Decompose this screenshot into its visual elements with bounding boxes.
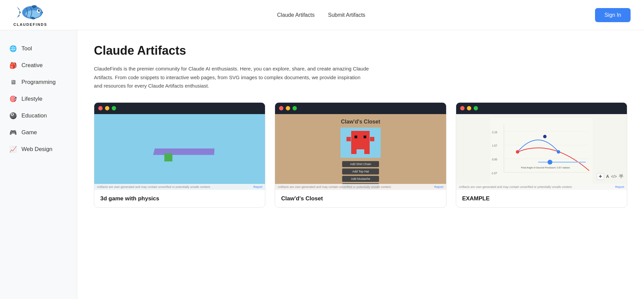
text-icon: A xyxy=(606,174,609,179)
sidebar-item-creative[interactable]: 🎒 Creative xyxy=(0,57,77,74)
card-body-2: Claw'd's Closet xyxy=(275,114,446,190)
footer-note-3: Artifacts are user-generated and may con… xyxy=(459,185,573,189)
dot-yellow-1 xyxy=(105,106,109,110)
sidebar-item-tool[interactable]: 🌐 Tool xyxy=(0,40,77,57)
char-left-leg xyxy=(351,149,357,154)
svg-text:0.00: 0.00 xyxy=(492,158,497,161)
header: CLAUDEFINDS Claude Artifacts Submit Arti… xyxy=(0,0,644,30)
example-overlay-icons: ✚ A </> 半 xyxy=(597,173,624,180)
card-titlebar-2 xyxy=(275,103,446,114)
dot-green-1 xyxy=(112,106,116,110)
card-body-1: Artifacts are user-generated and may con… xyxy=(94,114,265,190)
svg-text:Final Angle of Second Pendulum: Final Angle of Second Pendulum: 0.87 rad… xyxy=(521,166,570,169)
clawds-heading: Claw'd's Closet xyxy=(341,119,380,125)
monitor-icon: 🖥 xyxy=(9,79,17,86)
card-preview-example: 2.16 1.57 0.00 -1.57 Final Angle of Seco… xyxy=(456,103,627,190)
sidebar-item-programming[interactable]: 🖥 Programming xyxy=(0,74,77,91)
sidebar-item-game[interactable]: 🎮 Game xyxy=(0,124,77,141)
sidebar-label-lifestyle: Lifestyle xyxy=(21,96,42,102)
btn-top-hat[interactable]: Add Top Hat xyxy=(342,168,379,175)
card-titlebar-1 xyxy=(94,103,265,114)
clawds-char-area xyxy=(340,128,381,158)
report-link-1[interactable]: Report xyxy=(253,185,262,189)
cards-grid: Artifacts are user-generated and may con… xyxy=(94,102,627,208)
target-icon: 🎯 xyxy=(9,95,17,103)
char-left-eye xyxy=(355,136,357,138)
sidebar-label-webdesign: Web Design xyxy=(21,146,52,153)
sidebar-item-webdesign[interactable]: 📈 Web Design xyxy=(0,141,77,158)
card-title-1: 3d game with physics xyxy=(94,190,265,207)
nav-submit[interactable]: Submit Artifacts xyxy=(328,12,365,18)
half-icon: 半 xyxy=(619,173,624,180)
svg-point-14 xyxy=(557,150,560,153)
btn-shirt-chain[interactable]: Add Shirt Chain xyxy=(342,161,379,167)
footer-note-2: Artifacts are user-generated and may con… xyxy=(278,185,391,189)
sidebar-label-creative: Creative xyxy=(21,62,43,69)
footer-note-1: Artifacts are user-generated and may con… xyxy=(97,185,211,189)
page-description: ClaudeFinds is the premier community for… xyxy=(94,64,369,90)
card-footer-1: Artifacts are user-generated and may con… xyxy=(94,184,265,190)
example-chart-svg: 2.16 1.57 0.00 -1.57 Final Angle of Seco… xyxy=(465,118,618,186)
page-title: Claude Artifacts xyxy=(94,44,627,58)
svg-point-13 xyxy=(543,135,546,138)
report-link-2[interactable]: Report xyxy=(434,185,443,189)
sidebar-label-game: Game xyxy=(21,129,37,136)
globe-icon: 🌐 xyxy=(9,45,17,52)
dot-yellow-2 xyxy=(286,106,290,110)
card-footer-2: Artifacts are user-generated and may con… xyxy=(275,184,446,190)
char-right-eye xyxy=(364,136,366,138)
sidebar-item-education[interactable]: 🎱 Education xyxy=(0,107,77,124)
char-legs xyxy=(351,149,370,154)
dot-yellow-3 xyxy=(467,106,471,110)
svg-marker-0 xyxy=(17,7,21,18)
nav-artifacts[interactable]: Claude Artifacts xyxy=(277,12,315,18)
game-platform xyxy=(153,149,215,155)
main-nav: Claude Artifacts Submit Artifacts xyxy=(277,12,365,18)
card-title-3: EXAMPLE xyxy=(456,190,627,207)
dot-green-3 xyxy=(474,106,478,110)
svg-text:-1.57: -1.57 xyxy=(491,172,497,175)
dot-red-3 xyxy=(460,106,465,110)
btn-mustache[interactable]: Add Mustache xyxy=(342,176,379,182)
content-area: Claude Artifacts ClaudeFinds is the prem… xyxy=(77,30,644,299)
card-example[interactable]: 2.16 1.57 0.00 -1.57 Final Angle of Seco… xyxy=(456,102,627,208)
logo-text: CLAUDEFINDS xyxy=(13,22,47,27)
main-layout: 🌐 Tool 🎒 Creative 🖥 Programming 🎯 Lifest… xyxy=(0,30,644,299)
card-body-3: 2.16 1.57 0.00 -1.57 Final Angle of Seco… xyxy=(456,114,627,190)
char-left-arm xyxy=(346,137,351,141)
card-clawds-closet[interactable]: Claw'd's Closet xyxy=(275,102,446,208)
briefcase-icon: 🎒 xyxy=(9,62,17,69)
card-preview-3d-game: Artifacts are user-generated and may con… xyxy=(94,103,265,190)
sidebar-label-education: Education xyxy=(21,112,47,119)
sign-in-button[interactable]: Sign In xyxy=(595,8,631,22)
card-footer-3: Artifacts are user-generated and may con… xyxy=(456,184,627,190)
card-3d-game[interactable]: Artifacts are user-generated and may con… xyxy=(94,102,265,208)
report-link-3[interactable]: Report xyxy=(615,185,624,189)
chart-icon: 📈 xyxy=(9,146,17,153)
pixel-character xyxy=(351,131,370,154)
dot-red-2 xyxy=(279,106,283,110)
dot-red-1 xyxy=(98,106,103,110)
zoom-icon: ✚ xyxy=(597,173,604,180)
clawds-preview-bg: Claw'd's Closet xyxy=(275,114,446,190)
sidebar-label-programming: Programming xyxy=(21,79,56,86)
card-preview-clawds: Claw'd's Closet xyxy=(275,103,446,190)
game-preview-bg xyxy=(94,114,265,190)
code-icon: </> xyxy=(611,174,617,179)
sidebar: 🌐 Tool 🎒 Creative 🖥 Programming 🎯 Lifest… xyxy=(0,30,77,299)
card-title-2: Claw'd's Closet xyxy=(275,190,446,207)
dot-green-2 xyxy=(292,106,297,110)
char-right-leg xyxy=(364,149,370,154)
sidebar-item-lifestyle[interactable]: 🎯 Lifestyle xyxy=(0,91,77,107)
gamepad-icon: 🎮 xyxy=(9,129,17,136)
svg-text:1.57: 1.57 xyxy=(492,144,497,147)
sidebar-label-tool: Tool xyxy=(21,45,32,52)
card-titlebar-3 xyxy=(456,103,627,114)
svg-point-16 xyxy=(548,160,552,164)
svg-rect-6 xyxy=(490,118,593,186)
svg-point-12 xyxy=(516,150,519,153)
example-preview-bg: 2.16 1.57 0.00 -1.57 Final Angle of Seco… xyxy=(456,114,627,190)
logo[interactable]: CLAUDEFINDS xyxy=(13,3,47,27)
char-right-arm xyxy=(370,137,374,141)
education-icon: 🎱 xyxy=(9,112,17,119)
